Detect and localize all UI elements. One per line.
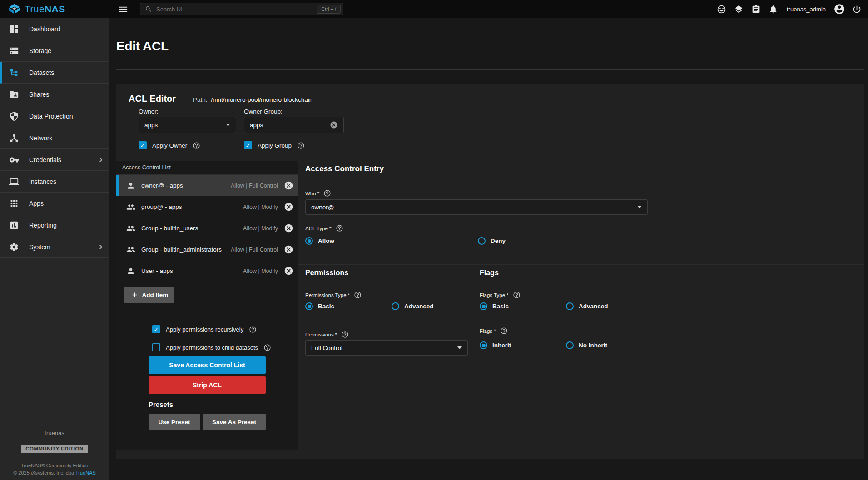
group-icon [126, 245, 135, 254]
radio-advanced[interactable]: Advanced [392, 302, 434, 310]
save-as-preset-button[interactable]: Save As Preset [203, 414, 266, 430]
help-icon[interactable] [500, 327, 508, 335]
panel-divider [116, 311, 298, 311]
permissions-select[interactable]: Full Control [305, 340, 468, 356]
dataset-path: Path: /mnt/monero-pool/monero-blockchain [193, 96, 312, 103]
radio-deny[interactable]: Deny [478, 237, 650, 245]
acl-entry-row[interactable]: User - appsAllow | Modify [116, 260, 298, 282]
apply-group-checkbox[interactable]: ✓ [244, 141, 252, 149]
checklist-button[interactable] [749, 2, 763, 16]
sidebar-item-apps[interactable]: Apps [0, 193, 109, 214]
remove-entry-button[interactable] [284, 181, 293, 190]
permissions-label: Permissions * [305, 331, 349, 338]
use-preset-button[interactable]: Use Preset [149, 414, 200, 430]
help-icon[interactable] [193, 142, 200, 149]
help-icon[interactable] [249, 326, 257, 333]
sidebar-item-reporting[interactable]: Reporting [0, 214, 109, 236]
owner-select[interactable]: apps [139, 117, 236, 133]
apply-recursively-checkbox[interactable]: ✓ [152, 325, 160, 333]
access-control-entry-title: Access Control Entry [305, 164, 384, 173]
shares-icon [9, 89, 19, 99]
radio-advanced[interactable]: Advanced [566, 302, 608, 310]
acl-entry-row[interactable]: Group - builtin_administratorsAllow | Fu… [116, 239, 298, 260]
remove-entry-button[interactable] [284, 202, 293, 212]
column-divider [806, 269, 806, 351]
apply-to-child-datasets-checkbox[interactable] [152, 343, 160, 351]
edition-badge: COMMUNITY EDITION [21, 445, 88, 453]
footer-copyright: © 2025 iXsystems, Inc. dba TrueNAS [0, 470, 109, 475]
truenas-logo[interactable]: TrueNAS [0, 4, 109, 15]
radio-basic[interactable]: Basic [305, 302, 392, 310]
acl-entry-row[interactable]: group@ - appsAllow | Modify [116, 196, 298, 218]
notifications-button[interactable] [766, 2, 780, 16]
storage-icon [9, 46, 19, 56]
owner-label: Owner: [139, 108, 159, 115]
radio-basic[interactable]: Basic [480, 302, 566, 310]
power-button[interactable] [850, 2, 863, 16]
acl-type-label: ACL Type * [305, 224, 343, 232]
radio-circle-icon [305, 302, 313, 310]
flags-section-title: Flags [480, 269, 499, 277]
help-icon[interactable] [341, 331, 349, 338]
clear-icon[interactable] [330, 121, 338, 129]
help-icon[interactable] [263, 344, 271, 351]
sidebar-item-data-protection[interactable]: Data Protection [0, 105, 109, 127]
footer-copyright-text: © 2025 iXsystems, Inc. dba [13, 470, 74, 475]
remove-entry-button[interactable] [284, 223, 293, 233]
account-icon [833, 3, 845, 15]
entry-permission: Allow | Modify [243, 268, 278, 274]
remove-entry-button[interactable] [284, 266, 293, 276]
apply-owner-checkbox[interactable]: ✓ [139, 141, 147, 149]
sidebar-item-instances[interactable]: Instances [0, 171, 109, 193]
add-item-button[interactable]: Add Item [124, 287, 174, 303]
acl-entries: owner@ - appsAllow | Full Controlgroup@ … [116, 175, 298, 282]
owner-group-input[interactable]: apps [244, 117, 344, 133]
jobs-button[interactable] [732, 2, 745, 16]
who-select[interactable]: owner@ [305, 199, 648, 215]
search-placeholder: Search UI [156, 6, 312, 13]
radio-allow[interactable]: Allow [305, 237, 478, 245]
entry-permission: Allow | Full Control [231, 247, 278, 253]
help-icon[interactable] [323, 189, 331, 197]
acl-entry-row[interactable]: Group - builtin_usersAllow | Modify [116, 218, 298, 239]
sidebar-item-datasets[interactable]: Datasets [0, 62, 109, 84]
menu-button[interactable] [116, 2, 130, 16]
cancel-icon [284, 245, 293, 254]
apply-to-child-datasets-label: Apply permissions to child datasets [166, 344, 258, 351]
sidebar-item-network[interactable]: Network [0, 127, 109, 149]
sidebar-item-shares[interactable]: Shares [0, 84, 109, 105]
help-icon[interactable] [354, 291, 362, 299]
access-control-list-panel: Access Control List owner@ - appsAllow |… [116, 161, 298, 450]
flags-radio-group: InheritNo Inherit [480, 341, 607, 349]
remove-entry-button[interactable] [284, 245, 293, 254]
sidebar-item-dashboard[interactable]: Dashboard [0, 18, 109, 40]
acl-entry-row[interactable]: owner@ - appsAllow | Full Control [116, 175, 298, 196]
sidebar-item-credentials[interactable]: Credentials [0, 149, 109, 171]
account-button[interactable] [833, 2, 846, 16]
chevron-right-icon [96, 155, 105, 164]
save-access-control-list-button[interactable]: Save Access Control List [149, 356, 266, 374]
apps-icon [9, 198, 19, 208]
topbar-actions: truenas_admin [714, 0, 863, 18]
entry-permission: Allow | Full Control [231, 183, 278, 189]
apply-recursively-label: Apply permissions recursively [166, 326, 243, 333]
sidebar-item-storage[interactable]: Storage [0, 40, 109, 62]
radio-circle-icon [392, 302, 399, 310]
radio-circle-icon [480, 341, 487, 349]
search-input[interactable]: Search UI Ctrl + / [140, 3, 343, 15]
strip-acl-button[interactable]: Strip ACL [149, 376, 266, 394]
feedback-button[interactable] [714, 2, 728, 16]
sidebar-item-system[interactable]: System [0, 236, 109, 258]
help-icon[interactable] [297, 142, 305, 149]
permissions-type-radio-group: BasicAdvanced [305, 302, 434, 310]
feedback-icon [717, 5, 726, 14]
title-divider [116, 69, 864, 70]
radio-inherit[interactable]: Inherit [480, 341, 566, 349]
radio-no-inherit[interactable]: No Inherit [566, 341, 607, 349]
help-icon[interactable] [513, 291, 521, 299]
instances-icon [9, 177, 19, 187]
acl-editor-title: ACL Editor [129, 94, 176, 104]
group-icon [126, 203, 135, 212]
truenas-footer-link[interactable]: TrueNAS [75, 470, 96, 475]
help-icon[interactable] [336, 224, 343, 232]
